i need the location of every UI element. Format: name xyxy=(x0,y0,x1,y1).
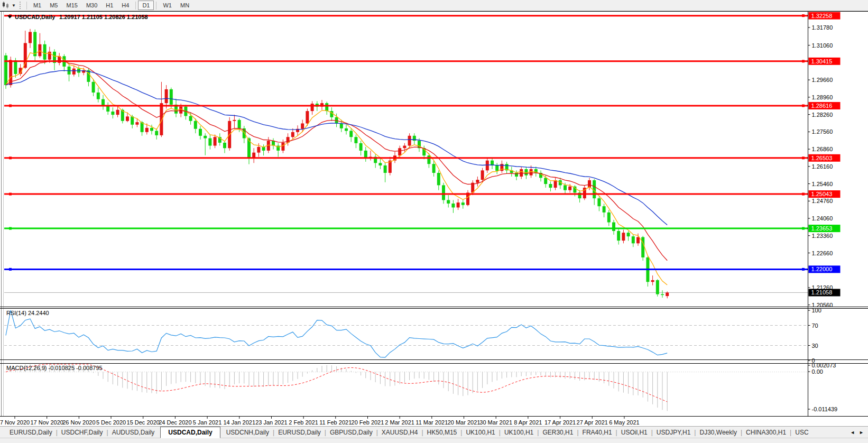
date-tick-label: 15 Dec 2020 xyxy=(127,419,160,426)
date-tick-label: 17 Nov 2020 xyxy=(30,419,63,426)
date-tick-label: 27 Apr 2021 xyxy=(577,419,608,426)
chart-tabs: EURUSD,Daily|USDCHF,Daily|AUDUSD,DailyUS… xyxy=(0,426,868,438)
price-axis[interactable]: 1.317801.310601.296601.289601.282601.275… xyxy=(808,11,841,416)
tab-separator: | xyxy=(537,429,539,436)
price-tick-label: 1.31060 xyxy=(812,42,833,49)
rsi-label: RSI(14) 24.2440 xyxy=(6,310,49,316)
line-anchor-icon[interactable] xyxy=(802,60,805,62)
tab-usdjpy-h1[interactable]: USDJPY,H1 xyxy=(653,428,694,437)
timeframe-button-m15[interactable]: M15 xyxy=(62,1,81,10)
tab-scroll-left-icon[interactable]: ◄ xyxy=(850,430,855,435)
timeframe-button-mn[interactable]: MN xyxy=(176,1,193,10)
tab-audusd-daily[interactable]: AUDUSD,Daily xyxy=(109,428,158,437)
main-price-pane: USDCAD,Daily1.20917 1.21105 1.20826 1.21… xyxy=(0,11,868,417)
tab-eurusd-daily[interactable]: EURUSD,Daily xyxy=(275,428,324,437)
date-tick-label: 17 Apr 2021 xyxy=(544,419,576,426)
tab-separator: | xyxy=(107,429,108,436)
timeframe-button-w1[interactable]: W1 xyxy=(159,1,176,10)
date-tick-label: 26 Nov 2020 xyxy=(62,419,95,426)
chart-ohlc-values: 1.20917 1.21105 1.20826 1.21058 xyxy=(59,14,148,20)
tab-fra40-h1[interactable]: FRA40,H1 xyxy=(579,428,615,437)
tab-separator: | xyxy=(421,429,423,436)
tab-separator: | xyxy=(56,429,58,436)
date-tick-label: 6 May 2021 xyxy=(609,419,639,426)
date-tick-label: 7 Nov 2020 xyxy=(0,419,30,426)
line-anchor-icon[interactable] xyxy=(9,60,12,62)
current-price-label: 1.21058 xyxy=(811,289,833,296)
tab-uk100-h1[interactable]: UK100,H1 xyxy=(463,428,498,437)
tab-separator: | xyxy=(325,429,326,436)
price-tick-label: 1.23360 xyxy=(812,233,833,239)
line-anchor-icon[interactable] xyxy=(802,227,805,230)
price-tick-label: 1.26860 xyxy=(812,146,833,152)
tab-usdcad-daily[interactable]: USDCAD,Daily xyxy=(160,427,220,438)
tab-scroll-right-icon[interactable]: ► xyxy=(859,430,864,435)
line-anchor-icon[interactable] xyxy=(9,104,12,107)
level-price-label: 1.26503 xyxy=(811,155,833,161)
chart-type-icon[interactable]: ▼ xyxy=(0,2,18,9)
timeframe-button-h4[interactable]: H4 xyxy=(117,1,133,10)
tab-xauusd-h4[interactable]: XAUUSD,H4 xyxy=(378,428,421,437)
rsi-line xyxy=(6,310,667,357)
price-tick-label: 1.28960 xyxy=(812,94,833,100)
date-tick-label: 24 Dec 2020 xyxy=(159,419,191,426)
date-tick-label: 20 Feb 2021 xyxy=(352,419,384,426)
line-anchor-icon[interactable] xyxy=(9,268,12,271)
chevron-down-icon: ▼ xyxy=(12,3,16,8)
tab-uk100-h1[interactable]: UK100,H1 xyxy=(501,428,537,437)
price-tick-label: 1.29660 xyxy=(812,77,833,83)
chart-title: USDCAD,Daily xyxy=(15,14,56,20)
tab-usdcnh-daily[interactable]: USDCNH,Daily xyxy=(223,428,272,437)
price-tick-label: 1.25460 xyxy=(812,181,833,187)
price-tick-label: 1.31780 xyxy=(812,24,833,31)
date-tick-label: 23 Jan 2021 xyxy=(255,419,288,426)
timeframe-button-m5[interactable]: M5 xyxy=(45,1,62,10)
timeframe-button-m1[interactable]: M1 xyxy=(29,1,45,10)
macd-axis-label: -0.011439 xyxy=(812,406,838,412)
line-anchor-icon[interactable] xyxy=(9,227,12,230)
line-anchor-icon[interactable] xyxy=(9,193,12,196)
status-bar xyxy=(0,438,868,443)
time-axis[interactable]: 7 Nov 202017 Nov 202026 Nov 20205 Dec 20… xyxy=(0,416,640,426)
tab-hk50-m15[interactable]: HK50,M15 xyxy=(424,428,460,437)
level-price-label: 1.30415 xyxy=(811,58,833,64)
horizontal-level-lines[interactable] xyxy=(4,14,808,271)
timeframe-button-m30[interactable]: M30 xyxy=(82,1,101,10)
tab-ger30-h1[interactable]: GER30,H1 xyxy=(539,428,576,437)
tab-dj30-weekly[interactable]: DJ30,Weekly xyxy=(696,428,740,437)
line-anchor-icon[interactable] xyxy=(802,268,805,271)
tab-china300-h1[interactable]: CHINA300,H1 xyxy=(743,428,789,437)
date-tick-label: 5 Jan 2021 xyxy=(193,419,221,426)
line-anchor-icon[interactable] xyxy=(802,14,805,17)
line-anchor-icon[interactable] xyxy=(802,156,805,159)
timeframe-button-d1[interactable]: D1 xyxy=(138,1,154,10)
chart-canvas[interactable]: USDCAD,Daily1.20917 1.21105 1.20826 1.21… xyxy=(0,11,868,426)
tab-separator: | xyxy=(694,429,696,436)
line-anchor-icon[interactable] xyxy=(802,104,805,107)
tab-scroll-arrows: ◄ ► xyxy=(850,430,864,435)
tab-gbpusd-daily[interactable]: GBPUSD,Daily xyxy=(327,428,376,437)
tab-eurusd-daily[interactable]: EURUSD,Daily xyxy=(6,428,56,437)
level-price-label: 1.28616 xyxy=(811,103,833,109)
date-tick-label: 2 Feb 2021 xyxy=(289,419,318,426)
tab-separator: | xyxy=(499,429,501,436)
macd-axis-label: 0.002073 xyxy=(812,362,836,368)
tab-usdchf-daily[interactable]: USDCHF,Daily xyxy=(58,428,106,437)
price-tick-label: 1.26160 xyxy=(812,163,833,170)
line-anchor-icon[interactable] xyxy=(9,156,12,159)
price-tick-label: 1.24760 xyxy=(812,198,833,204)
macd-pane: MACD(12,26,9) -0.010825 -0.008795 xyxy=(4,364,808,411)
date-tick-label: 30 Mar 2021 xyxy=(479,419,512,426)
candlestick-chart-icon xyxy=(2,2,10,9)
date-tick-label: 2 Mar 2021 xyxy=(385,419,414,426)
price-tick-label: 1.28260 xyxy=(812,112,833,118)
date-tick-label: 20 Mar 2021 xyxy=(448,419,481,426)
tab-separator: | xyxy=(651,429,653,436)
date-tick-label: 11 Feb 2021 xyxy=(319,419,352,426)
tab-usoil-h1[interactable]: USOil,H1 xyxy=(618,428,651,437)
toolbar-separator xyxy=(135,2,136,10)
line-anchor-icon[interactable] xyxy=(802,193,805,196)
tab-usc[interactable]: USC xyxy=(792,428,811,437)
toolbar-grip[interactable] xyxy=(20,2,22,9)
timeframe-button-h1[interactable]: H1 xyxy=(101,1,117,10)
